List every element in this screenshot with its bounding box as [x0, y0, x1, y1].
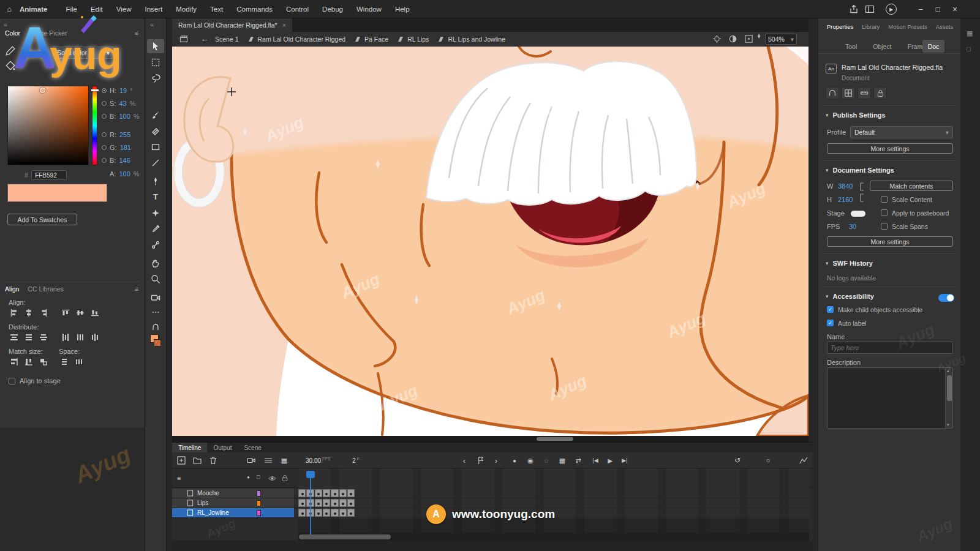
workspace-icon[interactable]	[865, 4, 875, 14]
description-scrollbar-thumb[interactable]	[947, 375, 952, 401]
b2-radio[interactable]	[102, 158, 107, 163]
next-keyframe-icon[interactable]: ›	[489, 452, 503, 468]
fps-value[interactable]: 30	[849, 223, 856, 230]
distribute-top-button[interactable]	[7, 332, 21, 343]
layer-name-pane[interactable]: Lips	[172, 498, 294, 508]
step-back-button[interactable]: |◀	[589, 452, 602, 468]
eraser-tool[interactable]	[147, 124, 164, 138]
minimize-button[interactable]: –	[913, 0, 929, 18]
timeline-hscrollbar[interactable]	[298, 533, 809, 541]
color-type-dropdown[interactable]: Solid color▾	[53, 47, 114, 59]
app-menu-animate[interactable]: Animate	[18, 6, 48, 13]
show-layers-icon[interactable]: ▦	[277, 452, 291, 468]
tab-properties[interactable]: Properties	[827, 23, 853, 30]
auto-label-checkbox[interactable]: ✓	[827, 320, 834, 326]
hex-input[interactable]	[31, 170, 67, 180]
apply-pasteboard-checkbox[interactable]	[881, 209, 888, 216]
tab-library[interactable]: Library	[862, 23, 880, 30]
match-width-button[interactable]	[7, 356, 21, 367]
current-color-swatch[interactable]	[7, 184, 107, 202]
menu-help[interactable]: Help	[394, 6, 411, 13]
highlight-column-icon[interactable]: ●	[247, 474, 250, 480]
accessibility-description-field[interactable]: ▴ ▾	[827, 367, 953, 429]
distribute-left-button[interactable]	[59, 332, 72, 343]
color-panel-menu-icon[interactable]: ≡	[135, 29, 138, 37]
onion-skin-icon[interactable]: ◉	[524, 452, 537, 468]
collapse-panel-icon[interactable]: «	[4, 21, 7, 28]
tab-scene[interactable]: Scene	[238, 443, 267, 452]
layer-color-chip[interactable]	[257, 490, 261, 497]
insert-frame-icon[interactable]	[175, 452, 188, 468]
timeline-hscrollbar-thumb[interactable]	[299, 534, 391, 539]
g-value[interactable]: 181	[120, 144, 131, 151]
align-bottom-button[interactable]	[88, 307, 102, 318]
ruler-icon-button[interactable]	[858, 87, 871, 99]
tab-timeline[interactable]: Timeline	[172, 443, 207, 452]
align-top-button[interactable]	[59, 307, 72, 318]
align-middle-button[interactable]	[74, 307, 87, 318]
document-more-settings-button[interactable]: More settings	[827, 236, 953, 247]
color-picker-cursor[interactable]	[40, 88, 45, 93]
brush-tool[interactable]	[147, 108, 164, 122]
docked-panel-icon-1[interactable]: ▦	[967, 29, 973, 37]
text-tool[interactable]: T	[147, 190, 164, 204]
menu-text[interactable]: Text	[209, 6, 224, 13]
more-tools-button[interactable]: ⋯	[147, 305, 164, 319]
step-forward-button[interactable]: ▶|	[618, 452, 631, 468]
outline-column-icon[interactable]: □	[257, 474, 260, 480]
camera-tool[interactable]	[147, 290, 164, 304]
h-value[interactable]: 19	[119, 87, 127, 94]
stage-hscrollbar[interactable]	[172, 436, 809, 442]
tab-align[interactable]: Align	[5, 285, 19, 293]
hand-tool[interactable]	[147, 256, 164, 270]
back-arrow-icon[interactable]: ←	[199, 34, 210, 45]
swap-range-icon[interactable]: ⇄	[571, 452, 585, 468]
stage-hscrollbar-thumb[interactable]	[537, 437, 573, 441]
lock-column-icon[interactable]	[281, 474, 288, 482]
eyedropper-tool[interactable]	[147, 222, 164, 236]
menu-file[interactable]: File	[64, 6, 78, 13]
align-left-button[interactable]	[7, 307, 21, 318]
layer-name-pane[interactable]: Mooche	[172, 489, 294, 498]
frame-view-icon[interactable]: ○	[761, 452, 775, 468]
swf-history-header[interactable]: ▾SWF History	[826, 260, 873, 267]
hue-slider[interactable]	[92, 86, 97, 165]
zoom-tool[interactable]	[147, 272, 164, 286]
align-center-h-button[interactable]	[22, 307, 36, 318]
menu-insert[interactable]: Insert	[143, 6, 164, 13]
guides-icon-button[interactable]	[826, 87, 839, 99]
free-transform-tool[interactable]	[147, 55, 164, 69]
layer-stack-icon[interactable]: ≡	[177, 474, 181, 482]
line-tool[interactable]	[147, 156, 164, 170]
scale-content-checkbox[interactable]	[881, 196, 888, 203]
loop-playback-icon[interactable]: ●	[508, 452, 521, 468]
zoom-level-dropdown[interactable]: 504%▾	[765, 34, 797, 45]
b-value[interactable]: 100	[119, 113, 130, 120]
pen-tool[interactable]	[147, 174, 164, 188]
match-both-button[interactable]	[37, 356, 50, 367]
playhead-marker[interactable]	[306, 471, 315, 478]
fill-color-proxy-icon[interactable]	[5, 60, 16, 71]
match-contents-button[interactable]: Match contents	[870, 181, 953, 191]
menu-edit[interactable]: Edit	[89, 6, 104, 13]
breadcrumb-item-3[interactable]: RL Lips	[397, 36, 429, 43]
stage-canvas[interactable]	[172, 47, 809, 436]
asset-warp-tool[interactable]	[147, 206, 164, 220]
tab-cc-libraries[interactable]: CC Libraries	[28, 285, 63, 293]
s-radio[interactable]	[102, 101, 107, 106]
publish-settings-header[interactable]: ▾Publish Settings	[826, 111, 886, 119]
s-value[interactable]: 43	[119, 100, 126, 107]
align-panel-menu-icon[interactable]: ≡	[135, 285, 138, 293]
stage-outline-icon[interactable]	[743, 34, 754, 45]
layer-color-chip[interactable]	[257, 500, 261, 506]
layer-depth-icon[interactable]	[262, 452, 275, 468]
reset-timeline-icon[interactable]: ↺	[731, 452, 744, 468]
subtab-object[interactable]: Object	[873, 43, 891, 50]
space-horizontal-button[interactable]	[72, 356, 86, 367]
fps-indicator[interactable]: 30.00 FPS	[306, 452, 331, 468]
toolstrip-stroke-swatch[interactable]	[154, 339, 161, 347]
breadcrumb-scene[interactable]: Scene 1	[215, 36, 239, 43]
g-radio[interactable]	[102, 145, 107, 150]
r-radio[interactable]	[102, 132, 107, 137]
graph-editor-icon[interactable]	[797, 452, 810, 468]
